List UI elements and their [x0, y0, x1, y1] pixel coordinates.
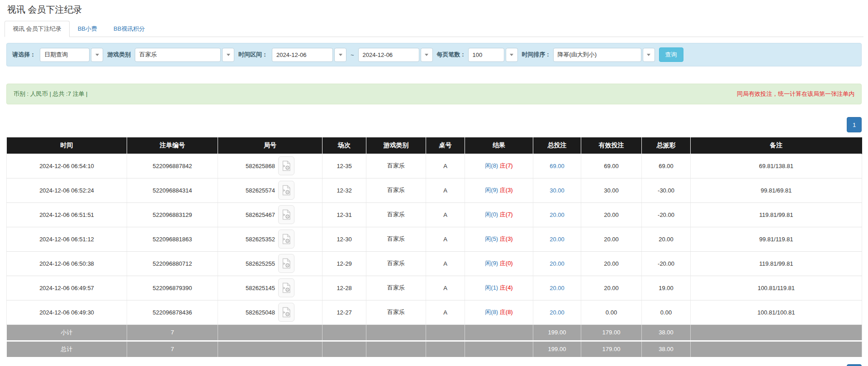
game-type-value[interactable]: 百家乐	[135, 48, 221, 62]
cell-result: 闲(5) 庄(3)	[465, 227, 533, 251]
cell-bet-no: 522096878436	[127, 300, 218, 324]
cell-bet-no: 522096887842	[127, 154, 218, 178]
chevron-down-icon[interactable]	[506, 48, 518, 62]
round-no-text: 582625048	[246, 309, 275, 316]
tab-bb-video-points[interactable]: BB视讯积分	[105, 21, 153, 37]
total-bet-link[interactable]: 20.00	[550, 211, 564, 218]
sort-order-select[interactable]: 降幂(由大到小)	[553, 48, 655, 62]
cell-time: 2024-12-06 06:54:10	[7, 154, 127, 178]
cell-result: 闲(9) 庄(0)	[465, 251, 533, 276]
total-bet-link[interactable]: 30.00	[550, 187, 564, 194]
cell-session: 12-35	[323, 154, 366, 178]
summary-body: 小计 7 199.00 179.00 38.00 总计 7 199.00 179…	[7, 324, 862, 357]
video-replay-button[interactable]	[278, 205, 294, 224]
total-bet-link[interactable]: 69.00	[550, 163, 564, 169]
cell-time: 2024-12-06 06:49:30	[7, 300, 127, 324]
game-type-label: 游戏类别	[107, 51, 131, 59]
query-type-label: 请选择：	[12, 51, 36, 59]
date-to-select[interactable]: 2024-12-06	[358, 48, 433, 62]
total-bet-link[interactable]: 20.00	[550, 285, 564, 291]
header-session: 场次	[323, 137, 366, 154]
page-size-label: 每页笔数 :	[437, 51, 464, 59]
table-row: 2024-12-06 06:54:10 522096887842 5826258…	[7, 154, 862, 178]
chevron-down-icon[interactable]	[222, 48, 234, 62]
cell-total-bet: 20.00	[533, 276, 581, 300]
cell-table-no: A	[426, 154, 465, 178]
cell-bet-no: 522096883129	[127, 202, 218, 227]
result-banker: 庄(7)	[500, 162, 513, 169]
sort-order-value[interactable]: 降幂(由大到小)	[553, 48, 641, 62]
cell-table-no: A	[426, 276, 465, 300]
video-replay-button[interactable]	[278, 278, 294, 297]
page-size-value[interactable]: 100	[468, 48, 504, 62]
cell-remark: 100.81/100.81	[691, 300, 862, 324]
filter-bar: 请选择： 日期查询 游戏类别 百家乐 时间区间： 2024-12-06 ~ 20…	[6, 43, 862, 66]
query-type-value[interactable]: 日期查询	[40, 48, 90, 62]
table-row: 2024-12-06 06:51:12 522096881863 5826253…	[7, 227, 862, 251]
currency-total-summary: 币别 : 人民币 | 总共 :7 注单 |	[14, 90, 88, 98]
total-bet-link[interactable]: 20.00	[550, 260, 564, 267]
query-button[interactable]: 查询	[659, 47, 683, 62]
total-payout: 38.00	[642, 341, 691, 357]
video-replay-button[interactable]	[278, 230, 294, 249]
tab-bb-tip[interactable]: BB小费	[70, 21, 105, 37]
total-row: 总计 7 199.00 179.00 38.00	[7, 341, 862, 357]
date-to-value[interactable]: 2024-12-06	[358, 48, 419, 62]
cell-payout: -20.00	[642, 202, 691, 227]
subtotal-label: 小计	[7, 324, 127, 341]
header-bet-no: 注单编号	[127, 137, 218, 154]
result-player: 闲(9)	[485, 260, 498, 267]
cell-game-type: 百家乐	[366, 276, 426, 300]
total-label: 总计	[7, 341, 127, 357]
cell-bet-no: 522096881863	[127, 227, 218, 251]
cell-total-bet: 20.00	[533, 251, 581, 276]
pagination-top: 1	[6, 117, 862, 133]
cell-bet-no: 522096884314	[127, 178, 218, 202]
notice-text: 同局有效投注，统一计算在该局第一张注单内	[737, 90, 854, 98]
result-banker: 庄(7)	[500, 211, 513, 218]
page-button-1[interactable]: 1	[847, 117, 862, 132]
total-bet-link[interactable]: 20.00	[550, 309, 564, 316]
header-time: 时间	[7, 137, 127, 154]
round-no-text: 582625868	[246, 163, 275, 169]
video-file-icon	[282, 160, 291, 171]
query-type-select[interactable]: 日期查询	[40, 48, 103, 62]
table-body: 2024-12-06 06:54:10 522096887842 5826258…	[7, 154, 862, 324]
cell-session: 12-30	[323, 227, 366, 251]
result-banker: 庄(4)	[500, 284, 513, 291]
result-banker: 庄(3)	[500, 187, 513, 193]
sort-order-label: 时间排序 :	[522, 51, 549, 59]
cell-time: 2024-12-06 06:50:38	[7, 251, 127, 276]
cell-round-no: 582625048	[218, 300, 323, 324]
result-player: 闲(8)	[485, 162, 498, 169]
page-size-select[interactable]: 100	[468, 48, 518, 62]
chevron-down-icon[interactable]	[91, 48, 103, 62]
video-replay-button[interactable]	[278, 156, 294, 175]
date-from-select[interactable]: 2024-12-06	[272, 48, 346, 62]
cell-session: 12-32	[323, 178, 366, 202]
video-replay-button[interactable]	[278, 254, 294, 273]
date-from-value[interactable]: 2024-12-06	[272, 48, 333, 62]
cell-table-no: A	[426, 251, 465, 276]
tab-video-bet-records[interactable]: 视讯 会员下注纪录	[5, 21, 70, 37]
cell-total-bet: 20.00	[533, 202, 581, 227]
game-type-select[interactable]: 百家乐	[135, 48, 234, 62]
video-replay-button[interactable]	[278, 303, 294, 322]
cell-valid-bet: 20.00	[581, 251, 642, 276]
subtotal-payout: 38.00	[642, 324, 691, 341]
chevron-down-icon[interactable]	[421, 48, 433, 62]
cell-table-no: A	[426, 178, 465, 202]
summary-bar: 币别 : 人民币 | 总共 :7 注单 | 同局有效投注，统一计算在该局第一张注…	[6, 84, 862, 104]
chevron-down-icon[interactable]	[643, 48, 655, 62]
cell-round-no: 582625145	[218, 276, 323, 300]
video-file-icon	[282, 209, 291, 220]
cell-game-type: 百家乐	[366, 227, 426, 251]
chevron-down-icon[interactable]	[334, 48, 346, 62]
total-bet-link[interactable]: 20.00	[550, 236, 564, 243]
cell-round-no: 582625467	[218, 202, 323, 227]
video-replay-button[interactable]	[278, 181, 294, 200]
cell-remark: 69.81/138.81	[691, 154, 862, 178]
result-player: 闲(0)	[485, 211, 498, 218]
bet-records-table-wrap: 时间 注单编号 局号 场次 游戏类别 桌号 结果 总投注 有效投注 总派彩 备注…	[6, 137, 862, 357]
page-button-1-bottom[interactable]: 1	[847, 364, 862, 366]
